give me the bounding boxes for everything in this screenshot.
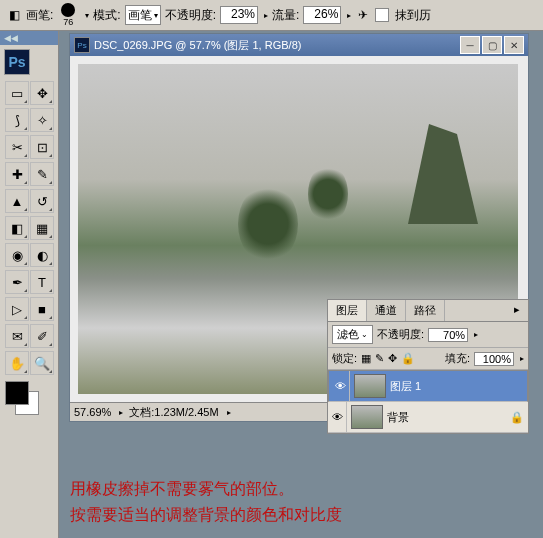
chevron-right-icon[interactable]: ▸ bbox=[119, 408, 123, 417]
panel-menu-icon[interactable]: ▸ bbox=[506, 300, 528, 321]
tab-paths[interactable]: 路径 bbox=[406, 300, 445, 321]
layer-thumbnail[interactable] bbox=[354, 374, 386, 398]
slice-tool[interactable]: ⊡ bbox=[30, 135, 54, 159]
options-bar: ◧ 画笔: 76 ▾ 模式: 画笔▾ 不透明度: 23% ▸ 流量: 26% ▸… bbox=[0, 0, 543, 31]
tab-channels[interactable]: 通道 bbox=[367, 300, 406, 321]
mode-label: 模式: bbox=[93, 7, 120, 24]
layer-item[interactable]: 👁 图层 1 bbox=[328, 370, 528, 402]
main-area: ◀◀ Ps ▭ ✥ ⟆ ✧ ✂ ⊡ ✚ ✎ ▲ ↺ ◧ ▦ ◉ ◐ ✒ T ▷ … bbox=[0, 31, 543, 538]
chevron-right-icon[interactable]: ▸ bbox=[474, 330, 478, 339]
fill-input[interactable]: 100% bbox=[474, 352, 514, 366]
title-bar[interactable]: Ps DSC_0269.JPG @ 57.7% (图层 1, RGB/8) ─ … bbox=[70, 34, 528, 56]
lock-icon: 🔒 bbox=[510, 411, 524, 424]
chevron-down-icon: ⌄ bbox=[361, 330, 368, 339]
blend-row: 滤色 ⌄ 不透明度: 70% ▸ bbox=[328, 322, 528, 348]
move-tool[interactable]: ✥ bbox=[30, 81, 54, 105]
layer-item[interactable]: 👁 背景 🔒 bbox=[328, 402, 528, 433]
lock-label: 锁定: bbox=[332, 351, 357, 366]
path-tool[interactable]: ▷ bbox=[5, 297, 29, 321]
layer-opacity-input[interactable]: 70% bbox=[428, 328, 468, 342]
marquee-tool[interactable]: ▭ bbox=[5, 81, 29, 105]
photoshop-app: ◧ 画笔: 76 ▾ 模式: 画笔▾ 不透明度: 23% ▸ 流量: 26% ▸… bbox=[0, 0, 543, 538]
brush-preset-picker[interactable]: 76 bbox=[61, 3, 75, 27]
caption-line-1: 用橡皮擦掉不需要雾气的部位。 bbox=[70, 476, 342, 502]
flow-label: 流量: bbox=[272, 7, 299, 24]
stamp-tool[interactable]: ▲ bbox=[5, 189, 29, 213]
maximize-button[interactable]: ▢ bbox=[482, 36, 502, 54]
color-swatches[interactable] bbox=[0, 375, 58, 421]
flow-input[interactable]: 26% bbox=[303, 6, 341, 24]
toolbox: ▭ ✥ ⟆ ✧ ✂ ⊡ ✚ ✎ ▲ ↺ ◧ ▦ ◉ ◐ ✒ T ▷ ■ ✉ ✐ bbox=[0, 81, 58, 375]
layer-name[interactable]: 背景 bbox=[387, 410, 409, 425]
collapse-icon: ◀◀ bbox=[4, 33, 18, 43]
eraser-tool[interactable]: ◧ bbox=[5, 216, 29, 240]
panel-handle[interactable]: ◀◀ bbox=[0, 31, 58, 45]
chevron-right-icon[interactable]: ▸ bbox=[227, 408, 231, 417]
layer-thumbnail[interactable] bbox=[351, 405, 383, 429]
layer-list: 👁 图层 1 👁 背景 🔒 bbox=[328, 370, 528, 433]
tools-panel: ◀◀ Ps ▭ ✥ ⟆ ✧ ✂ ⊡ ✚ ✎ ▲ ↺ ◧ ▦ ◉ ◐ ✒ T ▷ … bbox=[0, 31, 59, 538]
eyedropper-tool[interactable]: ✐ bbox=[30, 324, 54, 348]
workspace: Ps DSC_0269.JPG @ 57.7% (图层 1, RGB/8) ─ … bbox=[59, 31, 543, 538]
brush-dot-icon bbox=[61, 3, 75, 17]
image-detail bbox=[408, 124, 478, 224]
type-tool[interactable]: T bbox=[30, 270, 54, 294]
lock-all-icon[interactable]: 🔒 bbox=[401, 352, 415, 365]
chevron-down-icon: ▾ bbox=[154, 11, 158, 20]
image-detail bbox=[238, 184, 298, 264]
close-button[interactable]: ✕ bbox=[504, 36, 524, 54]
tool-preset-icon[interactable]: ◧ bbox=[6, 7, 22, 23]
visibility-icon[interactable]: 👁 bbox=[331, 371, 350, 401]
fill-label: 填充: bbox=[445, 351, 470, 366]
brush-size: 76 bbox=[63, 17, 73, 27]
blend-mode-select[interactable]: 滤色 ⌄ bbox=[332, 325, 373, 344]
minimize-button[interactable]: ─ bbox=[460, 36, 480, 54]
caption-line-2: 按需要适当的调整背景的颜色和对比度 bbox=[70, 502, 342, 528]
history-checkbox[interactable] bbox=[375, 8, 389, 22]
brush-label: 画笔: bbox=[26, 7, 53, 24]
opacity-label: 不透明度: bbox=[165, 7, 216, 24]
lock-transparency-icon[interactable]: ▦ bbox=[361, 352, 371, 365]
chevron-right-icon[interactable]: ▸ bbox=[264, 11, 268, 20]
ps-logo: Ps bbox=[4, 49, 30, 75]
crop-tool[interactable]: ✂ bbox=[5, 135, 29, 159]
chevron-right-icon[interactable]: ▸ bbox=[347, 11, 351, 20]
mode-select[interactable]: 画笔▾ bbox=[125, 5, 161, 25]
image-detail bbox=[308, 164, 348, 224]
chevron-right-icon[interactable]: ▸ bbox=[520, 354, 524, 363]
lock-row: 锁定: ▦ ✎ ✥ 🔒 填充: 100% ▸ bbox=[328, 348, 528, 370]
window-buttons: ─ ▢ ✕ bbox=[460, 36, 524, 54]
layer-opacity-label: 不透明度: bbox=[377, 327, 424, 342]
lasso-tool[interactable]: ⟆ bbox=[5, 108, 29, 132]
history-label: 抹到历 bbox=[395, 7, 431, 24]
heal-tool[interactable]: ✚ bbox=[5, 162, 29, 186]
lock-position-icon[interactable]: ✥ bbox=[388, 352, 397, 365]
panel-tabs: 图层 通道 路径 ▸ bbox=[328, 300, 528, 322]
hand-tool[interactable]: ✋ bbox=[5, 351, 29, 375]
wand-tool[interactable]: ✧ bbox=[30, 108, 54, 132]
lock-pixels-icon[interactable]: ✎ bbox=[375, 352, 384, 365]
layers-panel: 图层 通道 路径 ▸ 滤色 ⌄ 不透明度: 70% ▸ 锁定: ▦ ✎ ✥ 🔒 bbox=[327, 299, 529, 434]
history-brush-tool[interactable]: ↺ bbox=[30, 189, 54, 213]
pen-tool[interactable]: ✒ bbox=[5, 270, 29, 294]
zoom-level[interactable]: 57.69% bbox=[74, 406, 111, 418]
shape-tool[interactable]: ■ bbox=[30, 297, 54, 321]
gradient-tool[interactable]: ▦ bbox=[30, 216, 54, 240]
tab-layers[interactable]: 图层 bbox=[328, 300, 367, 321]
chevron-down-icon[interactable]: ▾ bbox=[85, 11, 89, 20]
doc-title: DSC_0269.JPG @ 57.7% (图层 1, RGB/8) bbox=[94, 38, 301, 53]
opacity-input[interactable]: 23% bbox=[220, 6, 258, 24]
layer-name[interactable]: 图层 1 bbox=[390, 379, 421, 394]
foreground-swatch[interactable] bbox=[5, 381, 29, 405]
visibility-icon[interactable]: 👁 bbox=[328, 402, 347, 432]
airbrush-icon[interactable]: ✈ bbox=[355, 7, 371, 23]
dodge-tool[interactable]: ◐ bbox=[30, 243, 54, 267]
zoom-tool[interactable]: 🔍 bbox=[30, 351, 54, 375]
notes-tool[interactable]: ✉ bbox=[5, 324, 29, 348]
blur-tool[interactable]: ◉ bbox=[5, 243, 29, 267]
brush-tool[interactable]: ✎ bbox=[30, 162, 54, 186]
doc-icon: Ps bbox=[74, 37, 90, 53]
tutorial-captions: 用橡皮擦掉不需要雾气的部位。 按需要适当的调整背景的颜色和对比度 bbox=[70, 476, 342, 528]
doc-info[interactable]: 文档:1.23M/2.45M bbox=[129, 405, 218, 420]
